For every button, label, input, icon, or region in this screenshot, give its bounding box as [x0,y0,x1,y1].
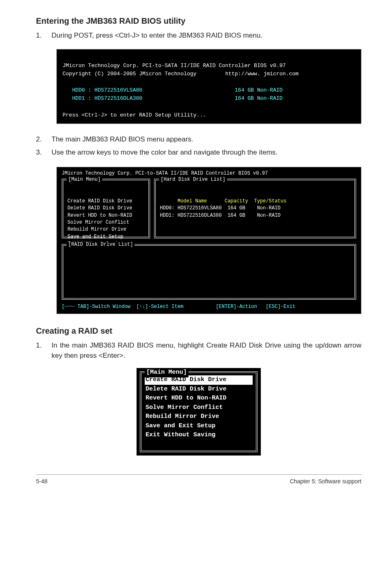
small-item-revert[interactable]: Revert HDD to Non-RAID [146,394,252,403]
page-number: 5-48 [36,478,47,485]
post-prompt: Press <Ctrl-J> to enter RAID Setup Utili… [63,112,206,118]
small-item-solve[interactable]: Solve Mirror Conflict [146,403,252,413]
hdd-header-model: Model Name [177,198,207,204]
hdd-list-label: [Hard Disk Drive List] [159,176,227,183]
hdd-row1-model: HDD1: HDS722516DLA380 [160,213,222,218]
hdd-row0-type: Non-RAID [257,205,281,211]
bios-menu-title: JMicron Technology Corp. PCI-to-SATA II/… [62,171,356,176]
menu-item-create[interactable]: Create RAID Disk Drive [67,198,132,204]
menu-item-delete[interactable]: Delete RAID Disk Drive [67,205,132,211]
step-2: 2. The main JMB363 RAID BIOS menu appear… [36,135,361,145]
page-footer: 5-48 Chapter 5: Software support [36,474,361,485]
heading-creating: Creating a RAID set [36,326,361,336]
step-1: 1. During POST, press <Ctrl-J> to enter … [36,31,361,41]
step-3: 3. Use the arrow keys to move the color … [36,148,361,158]
step-2-text: The main JMB363 RAID BIOS menu appears. [52,135,361,145]
footer-tab: TAB]-Switch Window [77,304,130,310]
main-menu-panel[interactable]: [Main Menu] Create RAID Disk Drive Delet… [62,179,150,238]
post-hdd0: HDD0 : HDS722516VLSA80 [63,87,142,93]
small-main-menu: [Main Menu] Create RAID Disk Drive Delet… [137,368,261,456]
post-hdd0-right: 164 GB Non-RAID [235,87,282,93]
step-4: 1. In the main JMB363 RAID BIOS menu, hi… [36,341,361,361]
menu-item-solve[interactable]: Solve Mirror Conflict [67,220,129,225]
small-item-delete[interactable]: Delete RAID Disk Drive [146,385,252,394]
step-1-num: 1. [36,31,52,41]
heading-entering: Entering the JMB363 RAID BIOS utility [36,16,361,26]
hdd-header-type: Type/Status [254,198,286,204]
step-3-num: 3. [36,148,52,158]
step-3-text: Use the arrow keys to move the color bar… [52,148,361,158]
step-4-text: In the main JMB363 RAID BIOS menu, highl… [52,341,361,361]
hdd-list-panel: [Hard Disk Drive List] Model Name Capaci… [154,179,356,238]
menu-item-save[interactable]: Save and Exit Setup [67,234,123,240]
hdd-row1-type: Non-RAID [257,213,281,218]
post-line1: JMicron Technology Corp. PCI-to-SATA II/… [63,63,286,69]
main-menu-label: [Main Menu] [67,176,102,183]
post-hdd1: HDD1 : HDS722516DLA380 [63,95,142,101]
menu-item-revert[interactable]: Revert HDD to Non-RAID [67,213,132,218]
step-4-num: 1. [36,341,52,361]
step-1-text: During POST, press <Ctrl-J> to enter the… [52,31,361,41]
post-line2-right: http://www. jmicron.com [225,71,298,77]
footer-select: [↑↓]-Select Item [136,304,183,310]
small-item-rebuild[interactable]: Rebuild Mirror Drive [146,412,252,422]
chapter-label: Chapter 5: Software support [290,478,361,485]
post-hdd1-right: 164 GB Non-RAID [235,95,282,101]
hdd-row0-model: HDD0: HDS722516VLSA80 [160,205,222,211]
raid-list-panel: [RAID Disk Drive List] [62,244,356,300]
hdd-row1-cap: 164 GB [228,213,245,218]
bios-main-menu-screen: JMicron Technology Corp. PCI-to-SATA II/… [56,167,361,314]
bios-footer: [←──→ TAB]-Switch Window [↑↓]-Select Ite… [62,304,356,310]
small-menu-label: [Main Menu] [145,368,188,377]
raid-list-label: [RAID Disk Drive List] [67,242,134,247]
hdd-header-cap: Capacity [224,198,248,204]
footer-enter: [ENTER]-Action [216,304,257,310]
small-item-save[interactable]: Save and Exit Setup [146,422,252,431]
small-item-exit[interactable]: Exit Without Saving [146,431,252,440]
step-2-num: 2. [36,135,52,145]
menu-item-rebuild[interactable]: Rebuild Mirror Drive [67,227,126,232]
footer-esc: [ESC]-Exit [266,304,295,310]
arrow-left-right-icon: ←──→ [65,304,74,309]
hdd-row0-cap: 164 GB [228,205,245,211]
bios-post-screen: JMicron Technology Corp. PCI-to-SATA II/… [56,49,361,124]
post-line2-left: Copyright (C) 2004-2005 JMicron Technolo… [63,71,197,77]
